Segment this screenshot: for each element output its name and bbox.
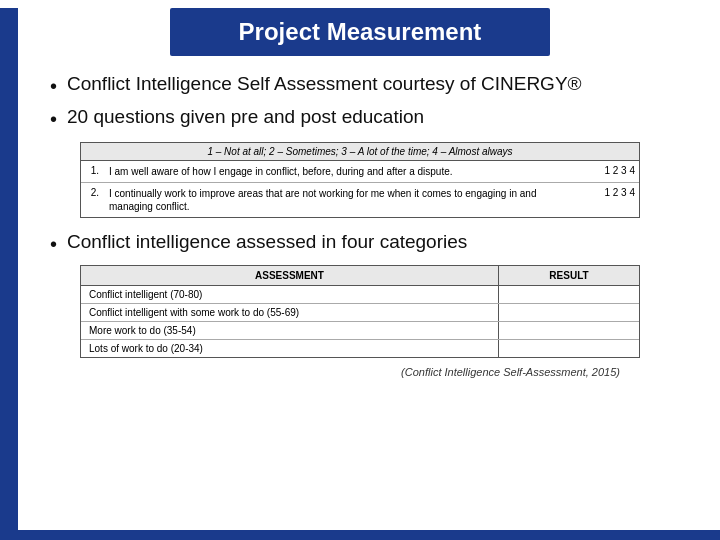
survey-header: 1 – Not at all; 2 – Sometimes; 3 – A lot…: [81, 143, 639, 161]
bottom-accent-bar: [0, 530, 720, 540]
assessment-val-1: Conflict intelligent (70-80): [81, 286, 499, 303]
assessment-val-4: Lots of work to do (20-34): [81, 340, 499, 357]
survey-text-1: I am well aware of how I engage in confl…: [103, 161, 584, 182]
assessment-row-1: Conflict intelligent (70-80): [81, 286, 639, 304]
assessment-row-4: Lots of work to do (20-34): [81, 340, 639, 357]
survey-num-2: 2.: [81, 183, 103, 202]
assessment-val-2: Conflict intelligent with some work to d…: [81, 304, 499, 321]
assessment-table-header: ASSESSMENT RESULT: [81, 266, 639, 286]
main-content: • Conflict Intelligence Self Assessment …: [0, 56, 720, 388]
result-val-4: [499, 340, 639, 357]
page-container: Project Measurement • Conflict Intellige…: [0, 8, 720, 540]
assessment-row-3: More work to do (35-54): [81, 322, 639, 340]
left-accent-bar: [0, 8, 18, 540]
survey-sample: 1 – Not at all; 2 – Sometimes; 3 – A lot…: [80, 142, 640, 218]
col-assessment-header: ASSESSMENT: [81, 266, 499, 285]
result-val-3: [499, 322, 639, 339]
bullet-item-1: • Conflict Intelligence Self Assessment …: [50, 72, 670, 99]
assessment-row-2: Conflict intelligent with some work to d…: [81, 304, 639, 322]
bullet-dot-1: •: [50, 73, 57, 99]
bullet-dot-3: •: [50, 231, 57, 257]
survey-text-2: I continually work to improve areas that…: [103, 183, 584, 217]
survey-row-2: 2. I continually work to improve areas t…: [81, 183, 639, 217]
bullet-item-2: • 20 questions given pre and post educat…: [50, 105, 670, 132]
bullet-text-3: Conflict intelligence assessed in four c…: [67, 230, 670, 255]
assessment-val-3: More work to do (35-54): [81, 322, 499, 339]
survey-scale-1: 1 2 3 4: [584, 161, 639, 180]
survey-num-1: 1.: [81, 161, 103, 180]
col-result-header: RESULT: [499, 266, 639, 285]
title-bar: Project Measurement: [170, 8, 550, 56]
bullet-item-3: • Conflict intelligence assessed in four…: [50, 230, 670, 257]
bullet-text-2: 20 questions given pre and post educatio…: [67, 105, 670, 130]
result-val-2: [499, 304, 639, 321]
assessment-table: ASSESSMENT RESULT Conflict intelligent (…: [80, 265, 640, 358]
bullet-dot-2: •: [50, 106, 57, 132]
bullet-text-1: Conflict Intelligence Self Assessment co…: [67, 72, 670, 97]
citation: (Conflict Intelligence Self-Assessment, …: [50, 366, 670, 378]
survey-row-1: 1. I am well aware of how I engage in co…: [81, 161, 639, 183]
survey-scale-2: 1 2 3 4: [584, 183, 639, 202]
page-title: Project Measurement: [190, 18, 530, 46]
result-val-1: [499, 286, 639, 303]
